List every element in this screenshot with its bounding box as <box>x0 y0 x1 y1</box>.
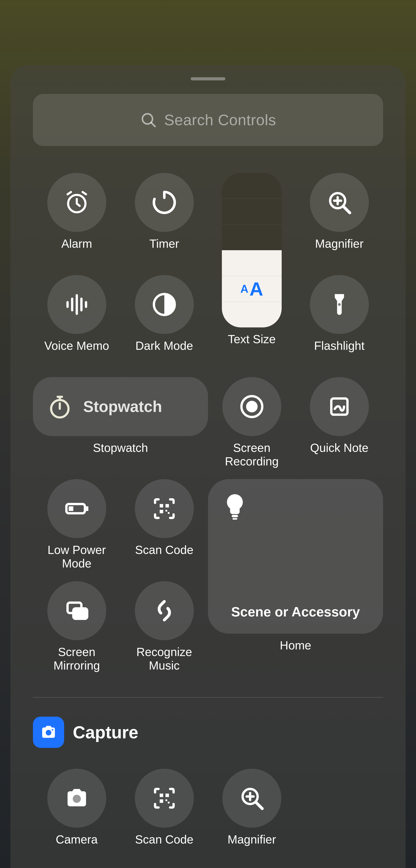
section-title: Capture <box>73 722 138 742</box>
tile-label: Flashlight <box>314 339 365 367</box>
tile-label: Text Size <box>228 332 276 360</box>
tile-label: Quick Note <box>310 441 368 469</box>
tile-voice-memo[interactable]: Voice Memo <box>33 275 120 367</box>
screen-mirroring-icon <box>63 597 91 625</box>
svg-rect-25 <box>165 504 169 507</box>
text-size-step[interactable] <box>222 302 282 328</box>
svg-rect-27 <box>165 510 167 512</box>
tile-label: Home <box>280 639 311 666</box>
tile-screen-recording[interactable]: Screen Recording <box>208 377 296 469</box>
svg-point-19 <box>247 402 256 411</box>
tile-timer[interactable]: Timer <box>120 173 208 265</box>
shazam-icon <box>150 597 178 625</box>
screen-recording-icon <box>238 393 266 421</box>
camera-icon <box>39 723 58 742</box>
tile-magnifier[interactable]: Magnifier <box>296 173 383 265</box>
voice-memo-icon <box>63 290 91 318</box>
tile-label: Recognize Music <box>136 645 192 673</box>
text-size-step[interactable] <box>222 173 282 198</box>
svg-rect-37 <box>165 794 169 797</box>
text-size-step[interactable] <box>222 250 282 276</box>
qr-code-icon <box>150 784 178 812</box>
tile-label: Alarm <box>61 237 92 265</box>
tile-label: Low Power Mode <box>47 543 106 571</box>
svg-point-34 <box>51 729 53 731</box>
alarm-icon <box>63 189 91 216</box>
qr-code-icon <box>150 495 178 523</box>
svg-line-4 <box>343 207 350 213</box>
tile-recognize-music[interactable]: Recognize Music <box>120 581 208 673</box>
tile-label: Camera <box>56 833 98 860</box>
tile-label: Stopwatch <box>93 441 148 469</box>
svg-point-33 <box>46 730 51 735</box>
svg-rect-36 <box>160 794 163 797</box>
tile-flashlight[interactable]: Flashlight <box>296 275 383 367</box>
svg-rect-30 <box>233 518 237 520</box>
tile-screen-mirroring[interactable]: Screen Mirroring <box>33 581 120 673</box>
capture-app-icon <box>33 717 64 748</box>
section-header-capture: Capture <box>33 717 383 748</box>
svg-rect-24 <box>160 504 163 507</box>
tile-dark-mode[interactable]: Dark Mode <box>120 275 208 367</box>
text-size-large-a-icon: A <box>249 278 263 300</box>
svg-rect-28 <box>168 512 170 514</box>
bulb-icon <box>226 491 244 523</box>
tile-home[interactable]: Scene or Accessory Home <box>208 479 383 673</box>
stopwatch-icon <box>47 394 73 420</box>
search-placeholder: Search Controls <box>164 111 276 129</box>
tile-low-power-mode[interactable]: Low Power Mode <box>33 479 120 571</box>
svg-line-1 <box>151 123 155 127</box>
controls-panel: Search Controls Alarm Timer A <box>10 65 406 868</box>
svg-point-13 <box>338 303 341 306</box>
tile-scan-code-capture[interactable]: Scan Code <box>120 769 208 860</box>
svg-rect-32 <box>73 609 87 619</box>
tile-stopwatch[interactable]: Stopwatch Stopwatch <box>33 377 208 469</box>
home-inline-label: Scene or Accessory <box>231 604 360 620</box>
low-power-icon <box>63 495 91 523</box>
text-size-step[interactable]: A A <box>222 276 282 302</box>
svg-line-42 <box>256 802 262 809</box>
search-icon <box>140 111 157 129</box>
tile-label: Timer <box>149 237 179 265</box>
tile-label: Screen Recording <box>225 441 279 469</box>
tile-label: Dark Mode <box>135 339 193 367</box>
stopwatch-inline-label: Stopwatch <box>83 398 162 415</box>
tile-camera[interactable]: Camera <box>33 769 120 860</box>
tile-label: Magnifier <box>315 237 363 265</box>
capture-grid: Camera Scan Code Magnifier <box>33 769 383 860</box>
svg-rect-40 <box>168 802 170 803</box>
magnifier-icon <box>325 189 353 216</box>
tile-label: Voice Memo <box>44 339 109 367</box>
timer-icon <box>150 189 178 216</box>
camera-icon <box>63 784 91 812</box>
tile-quick-note[interactable]: Quick Note <box>296 377 383 469</box>
section-divider <box>33 697 383 698</box>
tile-label: Screen Mirroring <box>54 645 100 673</box>
dark-mode-icon <box>150 290 178 318</box>
tile-label: Scan Code <box>135 833 193 860</box>
svg-rect-38 <box>160 799 163 803</box>
svg-rect-22 <box>69 506 73 511</box>
drag-handle[interactable] <box>190 77 226 81</box>
tile-magnifier-capture[interactable]: Magnifier <box>208 769 296 860</box>
tile-label: Magnifier <box>228 833 276 860</box>
controls-grid: Alarm Timer A A Text Size <box>33 173 383 673</box>
tile-alarm[interactable]: Alarm <box>33 173 120 265</box>
svg-rect-23 <box>86 506 88 511</box>
tile-label: Scan Code <box>135 543 193 571</box>
flashlight-icon <box>325 290 353 318</box>
text-size-step[interactable] <box>222 198 282 224</box>
tile-text-size[interactable]: A A Text Size <box>208 173 296 367</box>
text-size-step[interactable] <box>222 224 282 250</box>
quick-note-icon <box>325 393 353 421</box>
svg-point-35 <box>73 795 81 803</box>
svg-rect-29 <box>232 515 238 517</box>
text-size-small-a-icon: A <box>240 282 248 295</box>
magnifier-icon <box>238 784 266 812</box>
svg-rect-39 <box>165 799 167 801</box>
svg-rect-26 <box>160 510 163 513</box>
search-input[interactable]: Search Controls <box>33 94 383 146</box>
tile-scan-code[interactable]: Scan Code <box>120 479 208 571</box>
